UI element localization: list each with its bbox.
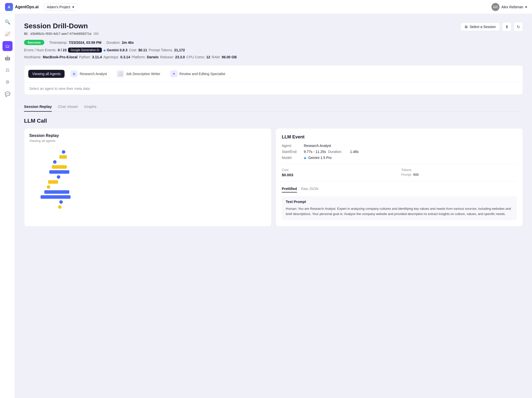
platform-label: Platform: bbox=[132, 55, 146, 59]
page-title: Session Drill-Down bbox=[24, 22, 99, 30]
gantt-bar bbox=[44, 190, 69, 194]
gantt-row-3 bbox=[53, 160, 266, 164]
tokens-prompt-value: 600 bbox=[413, 173, 419, 176]
duration-value: 2m 46s bbox=[122, 41, 134, 45]
job-description-writer-label: Job Description Writer bbox=[126, 72, 160, 76]
user-menu[interactable]: AR Alex Reibman bbox=[491, 3, 527, 11]
collapse-button[interactable] bbox=[502, 22, 511, 32]
errors-label: Errors / Num Events: bbox=[24, 48, 57, 52]
avatar: AR bbox=[491, 3, 499, 11]
ram-value: 96.00 GB bbox=[222, 55, 237, 59]
gantt-row-1 bbox=[62, 150, 266, 154]
sidebar-item-settings[interactable]: ⚙ bbox=[3, 77, 13, 87]
gantt-bar bbox=[49, 170, 69, 174]
cost-column: Cost $0.003 bbox=[282, 168, 397, 177]
replay-card-title: Session Replay bbox=[29, 133, 266, 138]
select-session-button[interactable]: ⊞ Select a Session bbox=[460, 23, 500, 31]
python-value: 3.11.4 bbox=[92, 55, 102, 59]
sidebar-item-compare[interactable]: ⚖ bbox=[3, 65, 13, 75]
event-model-value: Gemini 1.5 Pro bbox=[308, 156, 332, 160]
tab-chat-viewer[interactable]: Chat Viewer bbox=[58, 102, 78, 111]
event-time-row: Start/End: 9.77s - 11.25s Duration: 1.48… bbox=[282, 150, 517, 154]
select-session-label: Select a Session bbox=[470, 25, 496, 29]
event-agent-value: Research Analyst bbox=[304, 144, 331, 148]
tab-graphs[interactable]: Graphs bbox=[84, 102, 96, 111]
hostname-label: HostName: bbox=[24, 55, 42, 59]
agentops-label: Agentops: bbox=[103, 55, 119, 59]
gantt-row-11 bbox=[59, 200, 266, 204]
ram-label: RAM: bbox=[212, 55, 220, 59]
copy-session-id-icon[interactable]: ⧉ bbox=[94, 32, 99, 36]
meta-row-1: Success Timestamp: 7/23/2024, 03:59 PM D… bbox=[24, 40, 523, 45]
research-analyst-label: Research Analyst bbox=[80, 72, 107, 76]
event-agent-label: Agent: bbox=[282, 144, 302, 148]
agentops-item: Agentops: 0.3.14 bbox=[103, 55, 130, 59]
timestamp-value: 7/23/2024, 03:59 PM bbox=[69, 41, 101, 45]
sidebar-item-agents[interactable]: 🤖 bbox=[3, 53, 13, 63]
gantt-bar bbox=[48, 180, 58, 184]
chevron-down-icon bbox=[72, 5, 74, 9]
logo-icon: A bbox=[5, 3, 13, 11]
gantt-row-4 bbox=[52, 165, 266, 169]
gantt-dot bbox=[62, 150, 65, 154]
gantt-dot bbox=[58, 205, 62, 209]
event-duration-value: 1.48s bbox=[350, 150, 359, 154]
python-item: Python: 3.11.4 bbox=[79, 55, 102, 59]
session-id-row: ID: d3b86b2c-f930-4d17-aee7-674e6858371e… bbox=[24, 32, 99, 36]
model-value: Gemini 0.8.3 bbox=[107, 48, 127, 52]
gantt-row-9 bbox=[44, 190, 266, 194]
tab-session-replay-label: Session Replay bbox=[24, 104, 52, 109]
meta-row-2: Errors / Num Events: 0 / 23 Google Gener… bbox=[24, 48, 523, 53]
event-model-row: Model: ◆ Gemini 1.5 Pro bbox=[282, 156, 517, 160]
page-title-section: Session Drill-Down ID: d3b86b2c-f930-4d1… bbox=[24, 22, 99, 36]
provider-tag: Google Generative AI bbox=[68, 48, 102, 53]
cost-tokens-grid: Cost $0.003 Tokens Prompt: 600 bbox=[282, 164, 517, 181]
gantt-row-8 bbox=[47, 185, 266, 189]
research-analyst-tab[interactable]: ⊕ Research Analyst bbox=[67, 68, 111, 79]
review-editing-specialist-icon: ✦ bbox=[170, 70, 177, 77]
status-badge: Success bbox=[24, 40, 44, 45]
sidebar-item-sessions[interactable]: 🗂 bbox=[3, 41, 13, 51]
view-all-label: Viewing all Agents bbox=[32, 72, 61, 76]
gantt-row-2 bbox=[59, 155, 266, 159]
gantt-row-7 bbox=[48, 180, 266, 184]
duration-item: Duration: 2m 46s bbox=[106, 41, 134, 45]
gantt-dot bbox=[53, 160, 57, 164]
duration-label: Duration: bbox=[106, 41, 121, 45]
sidebar-item-analytics[interactable]: 📈 bbox=[3, 29, 13, 39]
agents-tabs: Viewing all Agents ⊕ Research Analyst ⬜ … bbox=[24, 65, 523, 83]
cost-item: Cost: $0.11 bbox=[129, 48, 147, 52]
python-label: Python: bbox=[79, 55, 91, 59]
sidebar-item-bot[interactable]: 💬 bbox=[3, 89, 13, 99]
platform-value: Darwin bbox=[147, 55, 159, 59]
inner-tabs: Prettified Raw JSON bbox=[282, 185, 517, 192]
event-model-label: Model: bbox=[282, 156, 302, 160]
gemini-diamond-icon: ◆ bbox=[103, 48, 106, 52]
review-editing-specialist-tab[interactable]: ✦ Review and Editing Specialist bbox=[166, 68, 229, 79]
user-name: Alex Reibman bbox=[501, 5, 523, 9]
text-prompt-content: Human: You are Research Analyst. Expert … bbox=[286, 206, 513, 217]
llm-content: Session Replay Viewing all agents bbox=[24, 128, 523, 227]
release-item: Release: 23.3.0 bbox=[160, 55, 185, 59]
text-prompt-title: Text Prompt bbox=[286, 200, 513, 204]
refresh-button[interactable] bbox=[513, 22, 523, 32]
tab-prettified[interactable]: Prettified bbox=[282, 185, 297, 192]
header-actions: ⊞ Select a Session bbox=[460, 22, 523, 32]
view-all-agents-tab[interactable]: Viewing all Agents bbox=[28, 70, 65, 78]
event-agent-row: Agent: Research Analyst bbox=[282, 144, 517, 148]
gantt-dot bbox=[47, 185, 50, 189]
project-selector[interactable]: Adam's Project bbox=[44, 3, 77, 11]
cpu-label: CPU Cores: bbox=[186, 55, 205, 59]
timestamp-label: Timestamp: bbox=[49, 41, 68, 45]
event-time-label: Start/End: bbox=[282, 150, 302, 154]
gantt-row-5 bbox=[49, 170, 266, 174]
gantt-bar bbox=[59, 155, 67, 159]
tab-raw-json[interactable]: Raw JSON bbox=[301, 185, 318, 192]
logo-text: AgentOps.ai bbox=[15, 5, 39, 9]
job-description-writer-icon: ⬜ bbox=[117, 70, 124, 77]
sidebar-item-search[interactable]: 🔍 bbox=[3, 17, 13, 27]
cpu-value: 12 bbox=[206, 55, 210, 59]
tab-session-replay[interactable]: Session Replay bbox=[24, 102, 52, 111]
job-description-writer-tab[interactable]: ⬜ Job Description Writer bbox=[113, 68, 164, 79]
tokens-column: Tokens Prompt: 600 bbox=[401, 168, 517, 177]
